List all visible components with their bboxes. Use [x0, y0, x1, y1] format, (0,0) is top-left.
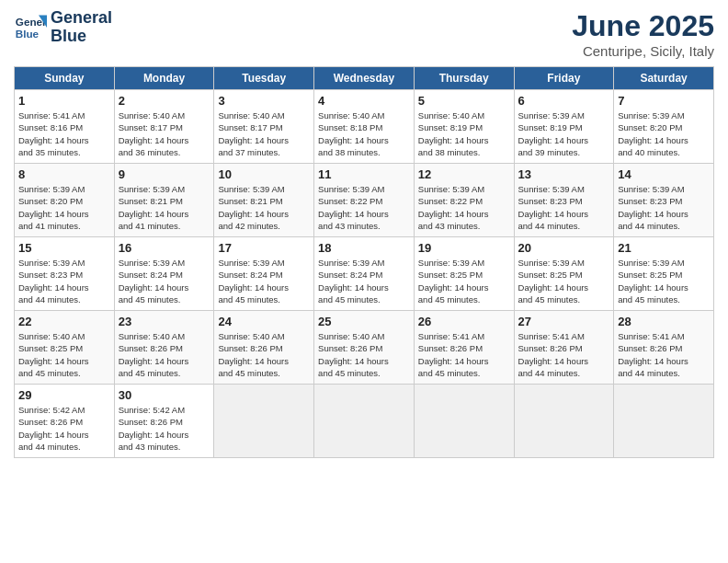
svg-text:Blue: Blue — [16, 28, 40, 40]
day-info: Sunrise: 5:39 AMSunset: 8:22 PMDaylight:… — [318, 183, 410, 232]
col-header-saturday: Saturday — [614, 67, 714, 90]
day-info: Sunrise: 5:39 AMSunset: 8:21 PMDaylight:… — [218, 183, 310, 232]
week-row-5: 29Sunrise: 5:42 AMSunset: 8:26 PMDayligh… — [15, 385, 714, 458]
day-info: Sunrise: 5:40 AMSunset: 8:26 PMDaylight:… — [318, 330, 410, 379]
day-number: 21 — [618, 241, 710, 255]
day-cell: 12Sunrise: 5:39 AMSunset: 8:22 PMDayligh… — [414, 164, 514, 237]
day-info: Sunrise: 5:39 AMSunset: 8:23 PMDaylight:… — [618, 183, 710, 232]
day-cell: 6Sunrise: 5:39 AMSunset: 8:19 PMDaylight… — [514, 90, 614, 164]
day-info: Sunrise: 5:39 AMSunset: 8:25 PMDaylight:… — [618, 257, 710, 305]
day-info: Sunrise: 5:40 AMSunset: 8:26 PMDaylight:… — [218, 330, 310, 379]
calendar-subtitle: Centuripe, Sicily, Italy — [572, 43, 714, 59]
col-header-tuesday: Tuesday — [214, 67, 314, 90]
day-info: Sunrise: 5:40 AMSunset: 8:17 PMDaylight:… — [119, 109, 210, 158]
logo-text: General Blue — [51, 9, 112, 46]
day-info: Sunrise: 5:39 AMSunset: 8:20 PMDaylight:… — [618, 109, 710, 158]
day-info: Sunrise: 5:42 AMSunset: 8:26 PMDaylight:… — [119, 404, 210, 453]
col-header-wednesday: Wednesday — [314, 67, 415, 90]
day-info: Sunrise: 5:39 AMSunset: 8:24 PMDaylight:… — [218, 257, 310, 305]
day-info: Sunrise: 5:39 AMSunset: 8:20 PMDaylight:… — [18, 183, 110, 232]
day-number: 17 — [218, 241, 310, 255]
day-cell: 7Sunrise: 5:39 AMSunset: 8:20 PMDaylight… — [614, 90, 714, 164]
day-cell — [514, 385, 614, 458]
day-cell: 29Sunrise: 5:42 AMSunset: 8:26 PMDayligh… — [15, 385, 115, 458]
day-cell — [314, 385, 415, 458]
day-info: Sunrise: 5:40 AMSunset: 8:19 PMDaylight:… — [418, 109, 510, 158]
day-cell: 8Sunrise: 5:39 AMSunset: 8:20 PMDaylight… — [15, 164, 115, 237]
day-number: 9 — [119, 167, 210, 181]
day-cell: 1Sunrise: 5:41 AMSunset: 8:16 PMDaylight… — [15, 90, 115, 164]
day-info: Sunrise: 5:42 AMSunset: 8:26 PMDaylight:… — [18, 404, 110, 453]
day-number: 14 — [618, 167, 710, 181]
logo-icon: General Blue — [14, 11, 47, 44]
day-number: 23 — [119, 315, 210, 328]
day-cell: 3Sunrise: 5:40 AMSunset: 8:17 PMDaylight… — [214, 90, 314, 164]
day-info: Sunrise: 5:39 AMSunset: 8:21 PMDaylight:… — [119, 183, 210, 232]
day-number: 16 — [119, 241, 210, 255]
day-info: Sunrise: 5:39 AMSunset: 8:19 PMDaylight:… — [518, 109, 610, 158]
day-number: 5 — [418, 94, 510, 108]
day-info: Sunrise: 5:39 AMSunset: 8:25 PMDaylight:… — [518, 257, 610, 305]
day-info: Sunrise: 5:39 AMSunset: 8:23 PMDaylight:… — [518, 183, 610, 232]
week-row-3: 15Sunrise: 5:39 AMSunset: 8:23 PMDayligh… — [15, 237, 714, 311]
calendar-title: June 2025 — [572, 9, 714, 43]
day-number: 25 — [318, 315, 410, 328]
day-number: 13 — [518, 167, 610, 181]
day-cell: 24Sunrise: 5:40 AMSunset: 8:26 PMDayligh… — [214, 311, 314, 385]
day-cell: 22Sunrise: 5:40 AMSunset: 8:25 PMDayligh… — [15, 311, 115, 385]
day-cell: 27Sunrise: 5:41 AMSunset: 8:26 PMDayligh… — [514, 311, 614, 385]
day-cell: 10Sunrise: 5:39 AMSunset: 8:21 PMDayligh… — [214, 164, 314, 237]
day-number: 30 — [119, 388, 210, 402]
day-cell: 19Sunrise: 5:39 AMSunset: 8:25 PMDayligh… — [414, 237, 514, 311]
day-cell: 23Sunrise: 5:40 AMSunset: 8:26 PMDayligh… — [114, 311, 214, 385]
day-cell: 5Sunrise: 5:40 AMSunset: 8:19 PMDaylight… — [414, 90, 514, 164]
week-row-4: 22Sunrise: 5:40 AMSunset: 8:25 PMDayligh… — [15, 311, 714, 385]
col-header-friday: Friday — [514, 67, 614, 90]
day-number: 12 — [418, 167, 510, 181]
day-number: 3 — [218, 94, 310, 108]
day-number: 7 — [618, 94, 710, 108]
day-cell: 25Sunrise: 5:40 AMSunset: 8:26 PMDayligh… — [314, 311, 415, 385]
day-number: 22 — [18, 315, 110, 328]
day-cell: 17Sunrise: 5:39 AMSunset: 8:24 PMDayligh… — [214, 237, 314, 311]
day-cell: 30Sunrise: 5:42 AMSunset: 8:26 PMDayligh… — [114, 385, 214, 458]
col-header-sunday: Sunday — [15, 67, 115, 90]
day-number: 6 — [518, 94, 610, 108]
day-info: Sunrise: 5:40 AMSunset: 8:25 PMDaylight:… — [18, 330, 110, 379]
day-cell: 14Sunrise: 5:39 AMSunset: 8:23 PMDayligh… — [614, 164, 714, 237]
day-info: Sunrise: 5:39 AMSunset: 8:22 PMDaylight:… — [418, 183, 510, 232]
calendar-table: SundayMondayTuesdayWednesdayThursdayFrid… — [14, 66, 714, 458]
day-number: 2 — [119, 94, 210, 108]
day-number: 11 — [318, 167, 410, 181]
day-cell: 13Sunrise: 5:39 AMSunset: 8:23 PMDayligh… — [514, 164, 614, 237]
day-number: 26 — [418, 315, 510, 328]
col-header-monday: Monday — [114, 67, 214, 90]
day-cell: 4Sunrise: 5:40 AMSunset: 8:18 PMDaylight… — [314, 90, 415, 164]
day-number: 24 — [218, 315, 310, 328]
day-info: Sunrise: 5:39 AMSunset: 8:24 PMDaylight:… — [318, 257, 410, 305]
day-cell: 11Sunrise: 5:39 AMSunset: 8:22 PMDayligh… — [314, 164, 415, 237]
day-info: Sunrise: 5:40 AMSunset: 8:26 PMDaylight:… — [119, 330, 210, 379]
calendar-container: General Blue General Blue June 2025 Cent… — [0, 0, 728, 467]
day-info: Sunrise: 5:39 AMSunset: 8:25 PMDaylight:… — [418, 257, 510, 305]
day-cell: 21Sunrise: 5:39 AMSunset: 8:25 PMDayligh… — [614, 237, 714, 311]
week-row-1: 1Sunrise: 5:41 AMSunset: 8:16 PMDaylight… — [15, 90, 714, 164]
day-info: Sunrise: 5:40 AMSunset: 8:18 PMDaylight:… — [318, 109, 410, 158]
header-row: SundayMondayTuesdayWednesdayThursdayFrid… — [15, 67, 714, 90]
day-number: 29 — [18, 388, 110, 402]
day-number: 28 — [618, 315, 710, 328]
day-info: Sunrise: 5:40 AMSunset: 8:17 PMDaylight:… — [218, 109, 310, 158]
day-info: Sunrise: 5:41 AMSunset: 8:26 PMDaylight:… — [518, 330, 610, 379]
logo: General Blue General Blue — [14, 9, 112, 46]
day-cell: 9Sunrise: 5:39 AMSunset: 8:21 PMDaylight… — [114, 164, 214, 237]
day-cell — [614, 385, 714, 458]
day-number: 4 — [318, 94, 410, 108]
day-info: Sunrise: 5:41 AMSunset: 8:16 PMDaylight:… — [18, 109, 110, 158]
header: General Blue General Blue June 2025 Cent… — [14, 9, 714, 59]
day-cell — [414, 385, 514, 458]
day-cell: 2Sunrise: 5:40 AMSunset: 8:17 PMDaylight… — [114, 90, 214, 164]
day-info: Sunrise: 5:39 AMSunset: 8:23 PMDaylight:… — [18, 257, 110, 305]
day-cell: 16Sunrise: 5:39 AMSunset: 8:24 PMDayligh… — [114, 237, 214, 311]
day-number: 8 — [18, 167, 110, 181]
col-header-thursday: Thursday — [414, 67, 514, 90]
